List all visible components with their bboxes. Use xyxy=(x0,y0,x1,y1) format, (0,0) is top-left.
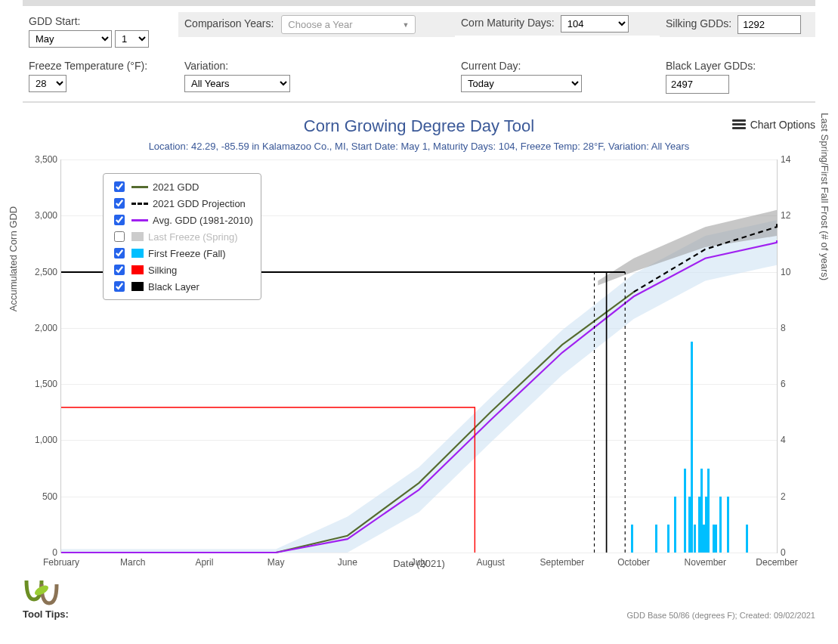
y-tick: 2,500 xyxy=(23,267,57,277)
silking-gdds-input[interactable] xyxy=(738,15,801,34)
gdd-start-month-select[interactable]: May xyxy=(29,30,112,48)
x-tick: August xyxy=(477,557,505,568)
legend-label-first_freeze: First Freeze (Fall) xyxy=(148,248,226,259)
comparison-years-label: Comparison Years: xyxy=(184,17,274,29)
legend-checkbox-black_layer[interactable] xyxy=(114,281,125,292)
black-layer-gdds-label: Black Layer GDDs: xyxy=(666,60,809,72)
freeze-temp-label: Freeze Temperature (°F): xyxy=(29,60,172,72)
tool-tips-label: Tool Tips: xyxy=(23,608,69,620)
x-tick: July xyxy=(411,557,427,568)
black-layer-gdds-input[interactable] xyxy=(666,75,729,94)
y-tick: 500 xyxy=(23,491,57,502)
y2-tick: 2 xyxy=(781,491,803,502)
legend-label-last_freeze: Last Freeze (Spring) xyxy=(148,231,238,243)
y-tick: 3,000 xyxy=(23,210,57,221)
freeze-bar xyxy=(667,525,669,553)
legend-swatch xyxy=(131,265,144,274)
y-tick: 1,000 xyxy=(23,435,57,445)
x-tick: November xyxy=(685,557,726,568)
x-tick: October xyxy=(617,557,650,568)
x-tick: May xyxy=(267,557,285,568)
legend-checkbox-last_freeze[interactable] xyxy=(114,231,125,242)
gdd-start-label: GDD Start: xyxy=(29,15,172,27)
current-day-select[interactable]: Today xyxy=(461,75,582,92)
freeze-bar xyxy=(707,469,710,553)
freeze-bar xyxy=(674,497,676,553)
x-tick: December xyxy=(756,557,797,568)
y2-axis-label: Last Spring/First Fall Frost (# of years… xyxy=(819,113,830,280)
y-axis-label: Accumulated Corn GDD xyxy=(8,206,19,311)
legend-label-avg_gdd: Avg. GDD (1981-2010) xyxy=(153,215,253,226)
chart-options-button[interactable]: Chart Options xyxy=(732,118,815,131)
legend-label-projection: 2021 GDD Projection xyxy=(153,198,246,209)
legend-checkbox-silking[interactable] xyxy=(114,265,125,275)
x-tick: February xyxy=(43,557,79,568)
x-tick: April xyxy=(195,557,213,568)
y2-tick: 4 xyxy=(781,435,803,445)
legend-swatch xyxy=(131,203,148,205)
legend-swatch xyxy=(131,219,148,221)
y-tick: 3,500 xyxy=(23,154,57,165)
legend-label-black_layer: Black Layer xyxy=(148,281,199,293)
freeze-bar xyxy=(694,525,696,553)
silking-gdds-label: Silking GDDs: xyxy=(666,17,731,29)
freeze-bar xyxy=(746,525,748,553)
chart-title: Corn Growing Degree Day Tool xyxy=(15,116,823,136)
chart-subtitle: Location: 42.29, -85.59 in Kalamazoo Co.… xyxy=(15,141,823,152)
footer: Tool Tips: GDD Base 50/86 (degrees F); C… xyxy=(23,577,815,620)
legend-swatch xyxy=(131,186,148,188)
top-divider xyxy=(23,0,815,6)
hamburger-icon xyxy=(732,118,746,131)
u2u-logo-icon xyxy=(23,577,60,607)
y2-tick: 12 xyxy=(781,210,803,221)
freeze-bar xyxy=(631,525,633,553)
maturity-days-select[interactable]: 104 xyxy=(561,15,629,33)
current-day-label: Current Day: xyxy=(461,60,654,72)
comparison-placeholder: Choose a Year xyxy=(288,19,352,30)
freeze-bar xyxy=(727,497,729,553)
freeze-temp-select[interactable]: 28 xyxy=(29,75,66,92)
freeze-bar xyxy=(691,342,693,553)
y2-tick: 0 xyxy=(781,547,803,558)
y-tick: 2,000 xyxy=(23,323,57,333)
maturity-days-label: Corn Maturity Days: xyxy=(461,17,555,29)
x-tick: March xyxy=(120,557,145,568)
legend-swatch xyxy=(131,249,144,258)
legend-swatch xyxy=(131,232,144,241)
plot-area[interactable]: 05001,0001,5002,0002,5003,0003,500024681… xyxy=(60,159,778,553)
controls-panel: GDD Start: May 1 Comparison Years: Choos… xyxy=(23,12,815,109)
footer-credit: GDD Base 50/86 (degrees F); Created: 09/… xyxy=(627,611,815,620)
y2-tick: 6 xyxy=(781,379,803,389)
chart-container: Chart Options Corn Growing Degree Day To… xyxy=(15,116,823,569)
legend-checkbox-projection[interactable] xyxy=(114,198,125,209)
freeze-bar xyxy=(719,497,722,553)
chevron-down-icon: ▼ xyxy=(402,21,409,29)
y2-tick: 10 xyxy=(781,267,803,277)
gdd-start-day-select[interactable]: 1 xyxy=(115,30,149,48)
y2-tick: 8 xyxy=(781,323,803,333)
x-tick: September xyxy=(540,557,585,568)
freeze-bar xyxy=(655,525,657,553)
legend-label-gdd_2021: 2021 GDD xyxy=(153,181,199,193)
comparison-years-select[interactable]: Choose a Year ▼ xyxy=(281,15,416,34)
variation-select[interactable]: All Years xyxy=(184,75,290,92)
x-tick: June xyxy=(338,557,357,568)
legend: 2021 GDD2021 GDD ProjectionAvg. GDD (198… xyxy=(103,173,261,300)
chart-options-label: Chart Options xyxy=(750,119,815,131)
legend-swatch xyxy=(131,282,144,291)
legend-label-silking: Silking xyxy=(148,265,177,276)
y-tick: 1,500 xyxy=(23,379,57,389)
legend-checkbox-avg_gdd[interactable] xyxy=(114,215,125,225)
variation-label: Variation: xyxy=(184,60,449,72)
freeze-bar xyxy=(684,469,686,553)
freeze-bar xyxy=(715,525,717,553)
legend-checkbox-gdd_2021[interactable] xyxy=(114,181,125,192)
y-tick: 0 xyxy=(23,547,57,558)
legend-checkbox-first_freeze[interactable] xyxy=(114,248,125,259)
y2-tick: 14 xyxy=(781,154,803,165)
